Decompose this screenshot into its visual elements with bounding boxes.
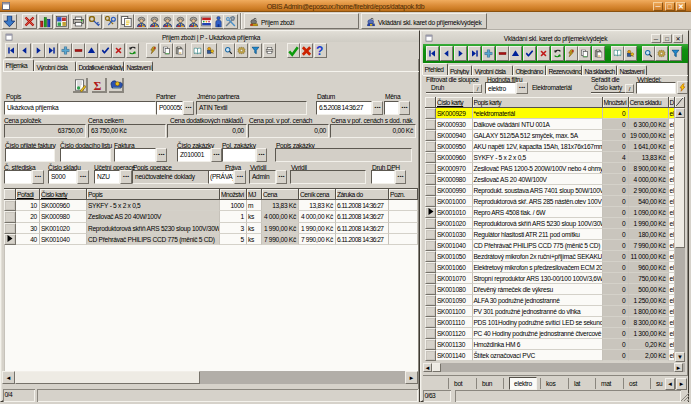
svg-text:Σ: Σ [94,79,102,91]
svg-text:?: ? [316,45,323,57]
